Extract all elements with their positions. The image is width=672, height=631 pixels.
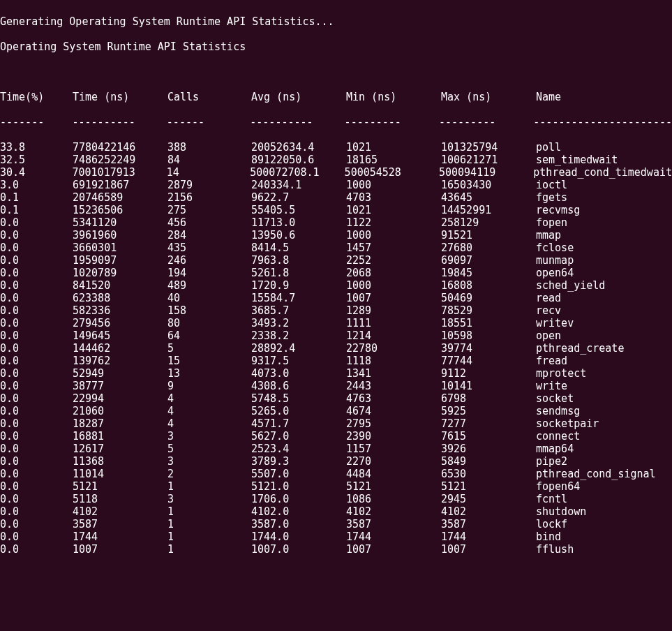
table-cell: sem_timedwait: [536, 154, 672, 166]
table-cell: 5849: [441, 455, 536, 468]
table-row: 0.052949134073.013419112mprotect: [0, 367, 672, 380]
table-cell: 16808: [441, 279, 536, 292]
table-cell: 101325794: [441, 141, 536, 154]
table-cell: sched_yield: [536, 279, 672, 292]
table-cell: 0.0: [0, 355, 73, 367]
table-row: 30.4700101791314500072708.15000545285000…: [0, 166, 672, 179]
table-cell: 4674: [346, 405, 441, 417]
table-row: 0.0144462528892.42278039774pthread_creat…: [0, 342, 672, 355]
table-cell: 5121: [441, 480, 536, 493]
table-cell: 3.0: [0, 179, 73, 191]
table-cell: 4484: [346, 468, 441, 480]
table-cell: 1122: [346, 216, 441, 229]
table-cell: 80: [167, 317, 251, 329]
table-cell: 2390: [346, 430, 441, 443]
table-cell: 1020789: [73, 267, 167, 279]
table-cell: 4703: [346, 191, 441, 204]
table-cell: 32.5: [0, 154, 73, 166]
table-cell: recvmsg: [536, 204, 672, 216]
table-cell: 13950.6: [251, 229, 346, 242]
table-cell: 2338.2: [251, 329, 346, 342]
table-cell: 0.0: [0, 367, 73, 380]
table-cell: 1: [167, 530, 251, 543]
table-cell: 6530: [441, 468, 536, 480]
table-cell: 18551: [441, 317, 536, 329]
table-row: 0.0279456803493.2111118551writev: [0, 317, 672, 329]
table-cell: bind: [536, 530, 672, 543]
table-cell: 7486252249: [73, 154, 167, 166]
table-cell: 9: [167, 380, 251, 392]
table-row: 0.12074658921569622.7470343645fgets: [0, 191, 672, 204]
table-cell: 1744: [441, 530, 536, 543]
table-cell: 149645: [73, 329, 167, 342]
table-cell: 4102: [346, 505, 441, 518]
table-row: 33.8778042214638820052634.41021101325794…: [0, 141, 672, 154]
col-header-name: Name: [536, 91, 672, 103]
table-cell: 1341: [346, 367, 441, 380]
table-cell: 40: [167, 292, 251, 304]
table-cell: open64: [536, 267, 672, 279]
table-cell: 43645: [441, 191, 536, 204]
table-cell: 7277: [441, 417, 536, 430]
table-cell: 13: [167, 367, 251, 380]
table-row: 0.0511831706.010862945fcntl: [0, 493, 672, 505]
table-cell: 1720.9: [251, 279, 346, 292]
table-row: 0.0410214102.041024102shutdown: [0, 505, 672, 518]
table-cell: 3: [167, 455, 251, 468]
table-row: 3.06919218672879240334.1100016503430ioct…: [0, 179, 672, 191]
table-cell: shutdown: [536, 505, 672, 518]
table-cell: 30.4: [0, 166, 73, 179]
table-cell: 91521: [441, 229, 536, 242]
table-row: 0.019590972467963.8225269097munmap: [0, 254, 672, 267]
table-cell: 9317.5: [251, 355, 346, 367]
table-cell: 1214: [346, 329, 441, 342]
table-cell: 1457: [346, 242, 441, 254]
table-cell: 0.0: [0, 242, 73, 254]
table-cell: 0.0: [0, 317, 73, 329]
col-header-avg: Avg (ns): [251, 91, 346, 103]
table-row: 0.0139762159317.5111877744fread: [0, 355, 672, 367]
col-header-time: Time (ns): [73, 91, 167, 103]
table-cell: 623388: [73, 292, 167, 304]
table-cell: fgets: [536, 191, 672, 204]
table-cell: 275: [167, 204, 251, 216]
table-cell: 0.0: [0, 405, 73, 417]
table-cell: 12617: [73, 443, 167, 455]
table-cell: lockf: [536, 518, 672, 530]
table-cell: 4102: [441, 505, 536, 518]
table-row: 0.0149645642338.2121410598open: [0, 329, 672, 342]
table-cell: 19845: [441, 267, 536, 279]
table-cell: 3789.3: [251, 455, 346, 468]
table-cell: 3: [167, 430, 251, 443]
table-cell: 1007: [346, 292, 441, 304]
table-cell: 1: [167, 505, 251, 518]
table-row: 0.01101425507.044846530pthread_cond_sign…: [0, 468, 672, 480]
table-cell: pthread_cond_timedwait: [533, 166, 672, 179]
table-cell: 14452991: [441, 204, 536, 216]
table-row: 0.01261752523.411573926mmap64: [0, 443, 672, 455]
table-cell: pipe2: [536, 455, 672, 468]
table-cell: 1744.0: [251, 530, 346, 543]
table-cell: 144462: [73, 342, 167, 355]
table-cell: 39774: [441, 342, 536, 355]
table-cell: 84: [167, 154, 251, 166]
table-cell: 0.0: [0, 455, 73, 468]
table-cell: fflush: [536, 543, 672, 556]
table-cell: 1007.0: [251, 543, 346, 556]
table-cell: 0.0: [0, 543, 73, 556]
table-cell: 1111: [346, 317, 441, 329]
table-cell: fclose: [536, 242, 672, 254]
table-cell: 22780: [346, 342, 441, 355]
table-cell: 0.0: [0, 216, 73, 229]
col-header-time-pct: Time(%): [0, 91, 73, 103]
table-cell: 64: [167, 329, 251, 342]
table-cell: 20052634.4: [251, 141, 346, 154]
table-row: 0.0174411744.017441744bind: [0, 530, 672, 543]
table-cell: 3961960: [73, 229, 167, 242]
blank-line: [0, 618, 672, 631]
table-cell: 5507.0: [251, 468, 346, 480]
table-cell: 2252: [346, 254, 441, 267]
section1-data-rows: 33.8778042214638820052634.41021101325794…: [0, 141, 672, 556]
table-cell: 0.0: [0, 304, 73, 317]
table-cell: 15584.7: [251, 292, 346, 304]
